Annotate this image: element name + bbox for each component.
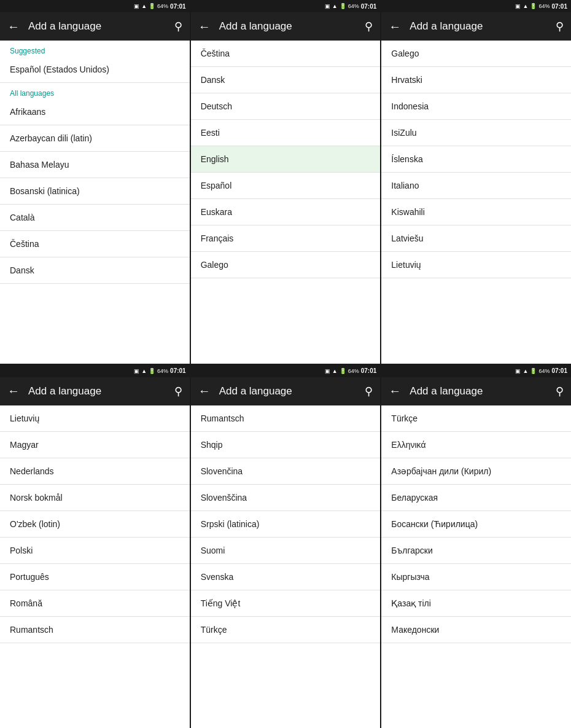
language-list: LietuviųMagyarNederlandsNorsk bokmålO'zb…: [0, 405, 190, 729]
search-button[interactable]: ⚲: [365, 385, 373, 398]
panel-1: ▣ ▲ 🔋 64% 07:01 ← Add a language ⚲ Sugge…: [0, 0, 190, 364]
panel-3: ▣ ▲ 🔋 64% 07:01 ← Add a language ⚲ Galeg…: [381, 0, 571, 364]
signal-icon: ▲: [332, 3, 338, 9]
search-button[interactable]: ⚲: [174, 20, 182, 33]
language-item[interactable]: Босански (Ћирилица): [381, 511, 571, 538]
search-button[interactable]: ⚲: [556, 385, 564, 398]
sim-icon: ▣: [134, 3, 139, 9]
language-item[interactable]: Norsk bokmål: [0, 485, 190, 511]
language-item[interactable]: Español: [191, 173, 381, 199]
language-item[interactable]: Dansk: [191, 67, 381, 93]
language-item[interactable]: Hrvatski: [381, 67, 571, 93]
language-item[interactable]: Ελληνικά: [381, 432, 571, 458]
search-button[interactable]: ⚲: [556, 20, 564, 33]
language-item[interactable]: Svenska: [191, 564, 381, 590]
app-bar: ← Add a language ⚲: [0, 377, 190, 405]
status-bar: ▣ ▲ 🔋 64% 07:01: [381, 0, 571, 12]
language-item[interactable]: Čeština: [191, 41, 381, 67]
language-item[interactable]: Lietuvių: [0, 405, 190, 432]
language-item[interactable]: Čeština: [0, 231, 190, 257]
language-item[interactable]: Беларуская: [381, 485, 571, 511]
language-item[interactable]: Rumantsch: [191, 405, 381, 432]
language-item[interactable]: Tiếng Việt: [191, 590, 381, 617]
language-item[interactable]: Slovenščina: [191, 485, 381, 511]
time-display: 07:01: [170, 3, 186, 10]
language-item[interactable]: Bahasa Melayu: [0, 152, 190, 178]
search-button[interactable]: ⚲: [174, 385, 182, 398]
language-item[interactable]: Slovenčina: [191, 458, 381, 485]
language-item[interactable]: Lietuvių: [381, 252, 571, 278]
sim-icon: ▣: [134, 368, 139, 374]
language-item[interactable]: Latviešu: [381, 225, 571, 252]
language-list: TürkçeΕλληνικάАзәрбајчан дили (Кирил)Бел…: [381, 405, 571, 729]
language-list: RumantschShqipSlovenčinaSlovenščinaSrpsk…: [191, 405, 381, 729]
language-item[interactable]: Français: [191, 225, 381, 252]
battery-percent: 64%: [538, 368, 550, 374]
time-display: 07:01: [361, 367, 377, 374]
back-button[interactable]: ←: [389, 384, 401, 398]
language-item[interactable]: English: [191, 146, 381, 173]
language-item[interactable]: Kiswahili: [381, 199, 571, 225]
back-button[interactable]: ←: [7, 20, 20, 34]
app-bar-title: Add a language: [219, 20, 365, 33]
language-item[interactable]: Türkçe: [191, 617, 381, 643]
language-item[interactable]: Magyar: [0, 432, 190, 458]
language-list: GalegoHrvatskiIndonesiaIsiZuluÍslenskaIt…: [381, 41, 571, 364]
language-item[interactable]: Македонски: [381, 617, 571, 643]
battery-icon: 🔋: [149, 368, 155, 374]
app-bar: ← Add a language ⚲: [191, 12, 381, 41]
battery-percent: 64%: [348, 3, 359, 9]
language-item[interactable]: Türkçe: [381, 405, 571, 432]
signal-icon: ▲: [141, 3, 147, 9]
language-item[interactable]: O'zbek (lotin): [0, 511, 190, 538]
back-button[interactable]: ←: [389, 20, 401, 34]
language-item[interactable]: Íslenska: [381, 146, 571, 173]
language-item[interactable]: Български: [381, 538, 571, 564]
battery-icon: 🔋: [149, 3, 155, 9]
language-item[interactable]: Eesti: [191, 120, 381, 146]
language-item[interactable]: Қазақ тілі: [381, 590, 571, 617]
language-item[interactable]: Deutsch: [191, 93, 381, 120]
sim-icon: ▣: [515, 3, 521, 9]
status-bar: ▣ ▲ 🔋 64% 07:01: [191, 365, 381, 377]
language-item[interactable]: Polski: [0, 538, 190, 564]
back-button[interactable]: ←: [198, 20, 211, 34]
language-item[interactable]: Nederlands: [0, 458, 190, 485]
battery-icon: 🔋: [530, 3, 537, 9]
language-item[interactable]: Azerbaycan dili (latin): [0, 125, 190, 152]
language-item[interactable]: Català: [0, 205, 190, 231]
language-list: ČeštinaDanskDeutschEestiEnglishEspañolEu…: [191, 41, 381, 364]
status-bar: ▣ ▲ 🔋 64% 07:01: [191, 0, 381, 12]
language-item[interactable]: Afrikaans: [0, 99, 190, 125]
time-display: 07:01: [551, 3, 567, 10]
language-item[interactable]: Shqip: [191, 432, 381, 458]
language-item[interactable]: Азәрбајчан дили (Кирил): [381, 458, 571, 485]
language-item[interactable]: Galego: [191, 252, 381, 278]
back-button[interactable]: ←: [198, 384, 211, 398]
language-item[interactable]: Кыргызча: [381, 564, 571, 590]
language-item[interactable]: Português: [0, 564, 190, 590]
language-item[interactable]: Srpski (latinica): [191, 511, 381, 538]
app-bar-title: Add a language: [410, 385, 556, 397]
language-item[interactable]: Suomi: [191, 538, 381, 564]
back-button[interactable]: ←: [7, 384, 20, 398]
sim-icon: ▣: [325, 3, 330, 9]
language-item[interactable]: Bosanski (latinica): [0, 178, 190, 205]
panel-6: ▣ ▲ 🔋 64% 07:01 ← Add a language ⚲ Türkç…: [381, 365, 571, 729]
sim-icon: ▣: [325, 368, 330, 374]
language-item[interactable]: Română: [0, 590, 190, 617]
app-bar: ← Add a language ⚲: [381, 12, 571, 41]
language-item[interactable]: Dansk: [0, 257, 190, 284]
language-item[interactable]: Indonesia: [381, 93, 571, 120]
panel-5: ▣ ▲ 🔋 64% 07:01 ← Add a language ⚲ Ruman…: [191, 365, 381, 729]
sim-icon: ▣: [515, 368, 521, 374]
app-bar-title: Add a language: [28, 20, 174, 33]
language-item[interactable]: Rumantsch: [0, 617, 190, 643]
language-item[interactable]: IsiZulu: [381, 120, 571, 146]
signal-icon: ▲: [332, 368, 338, 374]
search-button[interactable]: ⚲: [365, 20, 373, 33]
language-item[interactable]: Galego: [381, 41, 571, 67]
language-item[interactable]: Euskara: [191, 199, 381, 225]
language-item[interactable]: Español (Estados Unidos): [0, 57, 190, 83]
language-item[interactable]: Italiano: [381, 173, 571, 199]
